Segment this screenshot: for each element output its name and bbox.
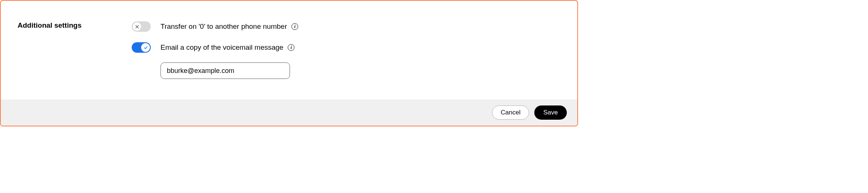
section-title: Additional settings — [18, 21, 132, 30]
check-icon — [144, 46, 148, 50]
settings-list: Transfer on '0' to another phone number … — [132, 21, 560, 79]
setting-transfer-row: Transfer on '0' to another phone number — [132, 21, 560, 32]
email-copy-label: Email a copy of the voicemail message — [161, 43, 283, 52]
email-copy-toggle[interactable] — [132, 42, 151, 53]
toggle-knob-off — [132, 22, 141, 31]
setting-email-row: Email a copy of the voicemail message — [132, 42, 560, 53]
info-icon[interactable] — [288, 44, 294, 51]
transfer-label: Transfer on '0' to another phone number — [161, 22, 287, 31]
transfer-toggle[interactable] — [132, 21, 151, 32]
cancel-button[interactable]: Cancel — [492, 105, 529, 120]
action-footer: Cancel Save — [1, 99, 577, 126]
info-icon[interactable] — [291, 23, 298, 30]
email-input-row — [161, 62, 560, 79]
email-field[interactable] — [161, 62, 290, 79]
toggle-knob-on — [141, 43, 150, 52]
settings-content: Additional settings Transfer on '0' to a… — [1, 1, 577, 99]
save-button[interactable]: Save — [534, 105, 567, 120]
x-icon — [135, 25, 139, 29]
settings-panel: Additional settings Transfer on '0' to a… — [0, 0, 578, 126]
